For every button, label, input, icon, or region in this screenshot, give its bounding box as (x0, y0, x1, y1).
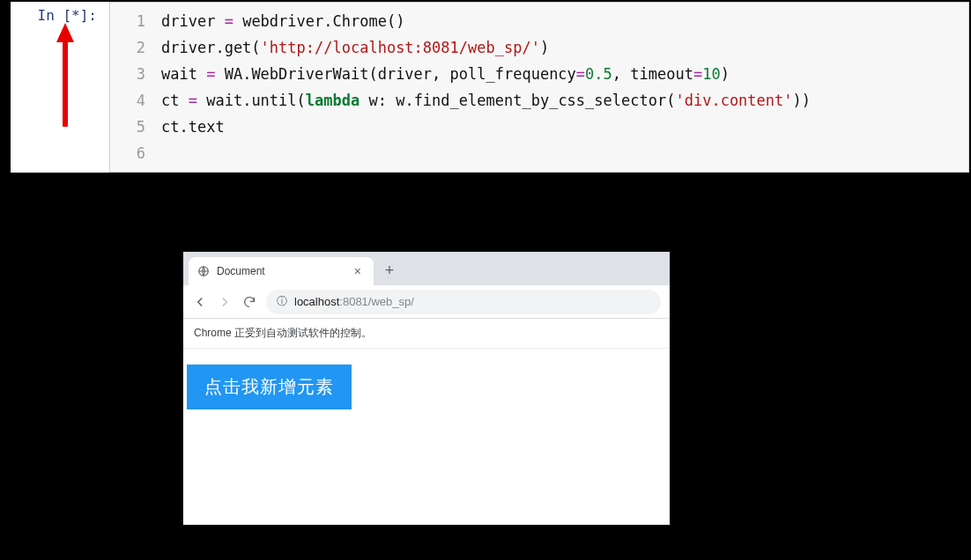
url-text: localhost:8081/web_sp/ (294, 295, 414, 308)
code-line: driver = webdriver.Chrome() (161, 8, 960, 34)
line-number: 1 (137, 12, 145, 30)
automation-infobar: Chrome 正受到自动测试软件的控制。 (183, 319, 670, 349)
jupyter-code-cell: In [*]: 1 2 3 4 5 6 driver = webdriver.C… (11, 2, 969, 173)
tab-strip: Document × + (183, 252, 670, 285)
site-info-icon[interactable]: ⓘ (277, 294, 287, 309)
line-number: 2 (137, 39, 145, 56)
tab-title: Document (217, 265, 265, 277)
new-tab-button[interactable]: + (377, 258, 402, 283)
reload-button[interactable] (241, 294, 257, 310)
line-number: 5 (137, 118, 145, 136)
address-bar[interactable]: ⓘ localhost:8081/web_sp/ (266, 290, 661, 314)
code-line: wait = WA.WebDriverWait(driver, poll_fre… (161, 61, 960, 87)
code-line: ct = wait.until(lambda w: w.find_element… (161, 87, 960, 114)
prompt-in-label: In (38, 7, 63, 24)
forward-button[interactable] (217, 294, 233, 310)
chrome-browser-window: Document × + ⓘ localhost:8081/web_sp/ Ch… (183, 252, 670, 525)
tab-document[interactable]: Document × (189, 257, 374, 285)
prompt-bracket-close: ]: (80, 7, 97, 24)
close-tab-icon[interactable]: × (351, 264, 365, 278)
browser-toolbar: ⓘ localhost:8081/web_sp/ (183, 285, 670, 319)
cell-prompt: In [*]: (11, 2, 106, 173)
code-line: driver.get('http://localhost:8081/web_sp… (161, 34, 960, 61)
add-element-button[interactable]: 点击我新增元素 (187, 365, 352, 409)
globe-icon (197, 265, 210, 277)
prompt-bracket-open: [ (63, 7, 71, 24)
code-editor[interactable]: driver = webdriver.Chrome()driver.get('h… (152, 3, 968, 172)
code-line: ct.text (161, 114, 960, 140)
line-number: 4 (137, 92, 145, 109)
back-button[interactable] (192, 294, 208, 310)
code-mirror[interactable]: 1 2 3 4 5 6 driver = webdriver.Chrome()d… (109, 2, 969, 173)
line-number-gutter: 1 2 3 4 5 6 (110, 3, 152, 172)
page-viewport: 点击我新增元素 (183, 349, 670, 525)
line-number: 6 (137, 144, 145, 162)
line-number: 3 (137, 65, 145, 83)
infobar-text: Chrome 正受到自动测试软件的控制。 (194, 327, 372, 339)
prompt-running-star: * (71, 7, 80, 24)
